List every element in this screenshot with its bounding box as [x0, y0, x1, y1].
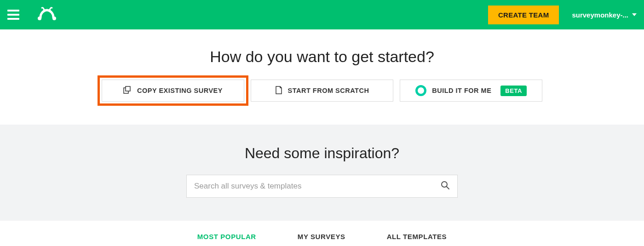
beta-badge: BETA	[500, 86, 526, 96]
search-wrapper	[186, 175, 458, 198]
blank-page-icon	[275, 86, 282, 96]
header-right: CREATE TEAM surveymonkey-...	[488, 6, 637, 24]
tab-my-surveys[interactable]: MY SURVEYS	[298, 233, 345, 243]
tab-most-popular[interactable]: MOST POPULAR	[197, 233, 256, 243]
tab-all-templates[interactable]: ALL TEMPLATES	[387, 233, 447, 243]
template-tabs: MOST POPULAR MY SURVEYS ALL TEMPLATES	[0, 221, 644, 246]
svg-point-4	[442, 182, 447, 187]
search-input[interactable]	[194, 182, 441, 191]
create-team-button[interactable]: CREATE TEAM	[488, 6, 559, 24]
hamburger-menu-icon[interactable]	[7, 10, 19, 20]
header-left	[7, 6, 58, 23]
copy-icon	[123, 86, 132, 96]
get-started-section: How do you want to get started? COPY EXI…	[0, 29, 644, 125]
user-menu-label: surveymonkey-...	[572, 11, 628, 19]
svg-point-1	[52, 17, 56, 20]
caret-down-icon	[632, 13, 637, 16]
search-icon[interactable]	[441, 181, 450, 192]
copy-existing-survey-button[interactable]: COPY EXISTING SURVEY	[102, 80, 244, 102]
build-it-for-me-button[interactable]: BUILD IT FOR ME BETA	[400, 80, 542, 102]
svg-point-0	[38, 17, 41, 20]
build-it-for-me-label: BUILD IT FOR ME	[432, 87, 491, 94]
svg-line-5	[447, 187, 449, 189]
inspiration-section: Need some inspiration?	[0, 125, 644, 221]
get-started-title: How do you want to get started?	[0, 48, 644, 66]
svg-rect-3	[126, 86, 130, 91]
user-menu[interactable]: surveymonkey-...	[572, 11, 637, 19]
start-from-scratch-button[interactable]: START FROM SCRATCH	[251, 80, 393, 102]
start-options-row: COPY EXISTING SURVEY START FROM SCRATCH …	[0, 80, 644, 102]
surveymonkey-logo-icon[interactable]	[36, 6, 58, 23]
inspiration-title: Need some inspiration?	[0, 145, 644, 162]
start-from-scratch-label: START FROM SCRATCH	[288, 87, 369, 94]
app-header: CREATE TEAM surveymonkey-...	[0, 0, 644, 29]
genius-ring-icon	[415, 85, 426, 96]
copy-existing-label: COPY EXISTING SURVEY	[137, 87, 223, 94]
